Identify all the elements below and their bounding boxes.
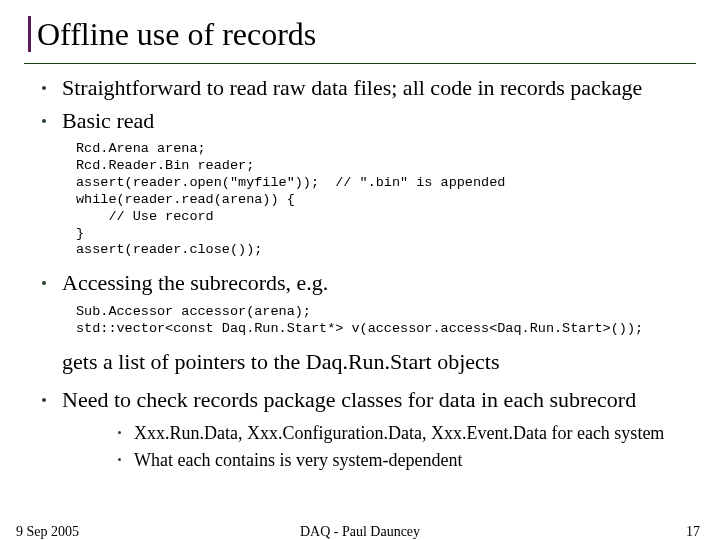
sub-bullet-text: What each contains is very system-depend… (134, 450, 462, 470)
continuation-text: gets a list of pointers to the Daq.Run.S… (62, 348, 692, 377)
bullet-item: Accessing the subrecords, e.g. (48, 269, 692, 298)
sub-bullet-list: Xxx.Run.Data, Xxx.Configuration.Data, Xx… (122, 421, 692, 473)
bullet-list: Accessing the subrecords, e.g. (48, 269, 692, 298)
bullet-item: Straightforward to read raw data files; … (48, 74, 692, 103)
page-number: 17 (686, 524, 700, 540)
sub-bullet-item: Xxx.Run.Data, Xxx.Configuration.Data, Xx… (122, 421, 692, 445)
bullet-list: Need to check records package classes fo… (48, 386, 692, 472)
bullet-list: Straightforward to read raw data files; … (48, 74, 692, 135)
slide-title: Offline use of records (24, 10, 696, 63)
bullet-text: Straightforward to read raw data files; … (62, 75, 642, 100)
title-rule: Offline use of records (24, 10, 696, 64)
bullet-text: Accessing the subrecords, e.g. (62, 270, 328, 295)
sub-bullet-text: Xxx.Run.Data, Xxx.Configuration.Data, Xx… (134, 423, 664, 443)
slide: Offline use of records Straightforward t… (0, 10, 720, 540)
sub-bullet-item: What each contains is very system-depend… (122, 448, 692, 472)
code-block-1: Rcd.Arena arena; Rcd.Reader.Bin reader; … (76, 141, 720, 259)
bullet-item: Need to check records package classes fo… (48, 386, 692, 472)
bullet-item: Basic read (48, 107, 692, 136)
title-text: Offline use of records (28, 16, 316, 52)
bullet-text: Need to check records package classes fo… (62, 387, 636, 412)
code-block-2: Sub.Accessor accessor(arena); std::vecto… (76, 304, 720, 338)
bullet-text: Basic read (62, 108, 154, 133)
footer-author: DAQ - Paul Dauncey (0, 524, 720, 540)
